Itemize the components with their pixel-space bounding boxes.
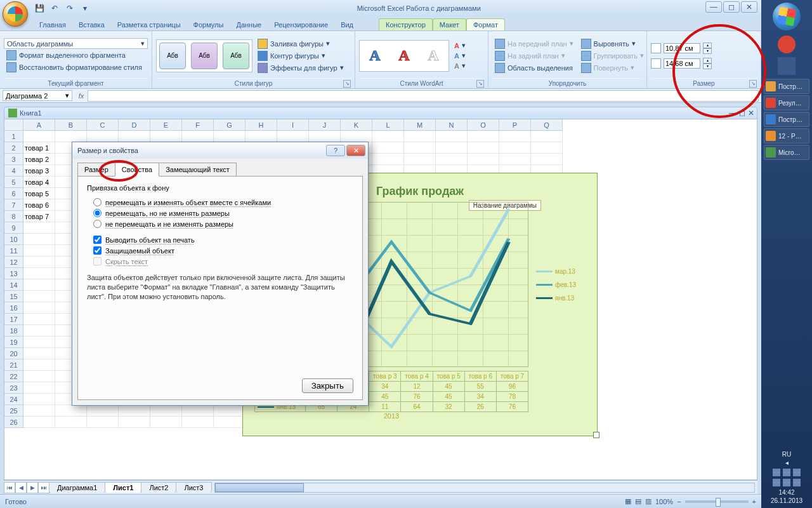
col-header[interactable]: H	[246, 119, 277, 131]
tray-icon[interactable]	[793, 469, 801, 476]
view-layout-icon[interactable]: ▤	[635, 497, 641, 505]
qat-customize[interactable]: ▾	[79, 2, 91, 15]
col-header[interactable]: O	[468, 119, 499, 131]
row-header[interactable]: 12	[4, 257, 23, 268]
col-header[interactable]: N	[436, 119, 468, 131]
col-header[interactable]: M	[404, 119, 436, 131]
dialog-help-button[interactable]: ?	[326, 145, 345, 156]
format-selection-button[interactable]: Формат выделенного фрагмента	[4, 50, 148, 61]
cell[interactable]	[23, 291, 55, 302]
row-header[interactable]: 13	[4, 268, 23, 279]
cell[interactable]	[23, 302, 55, 314]
tray-icon[interactable]	[793, 479, 801, 486]
row-header[interactable]: 2	[4, 142, 23, 154]
send-back-button[interactable]: На задний план ▾	[492, 50, 576, 62]
cell[interactable]: товар 1	[23, 142, 55, 154]
col-header[interactable]: F	[182, 119, 214, 131]
col-header[interactable]: C	[87, 119, 119, 131]
cell[interactable]: товар 6	[23, 199, 55, 211]
col-header[interactable]: B	[55, 119, 87, 131]
cell[interactable]	[341, 131, 372, 142]
dialog-close-button[interactable]: ✕	[346, 145, 365, 156]
cell[interactable]	[182, 417, 214, 428]
tray-expand[interactable]: ◂	[761, 459, 812, 466]
width-input[interactable]	[664, 58, 700, 69]
row-header[interactable]: 4	[4, 165, 23, 177]
cell[interactable]	[87, 405, 119, 417]
wordart-3[interactable]: A	[421, 43, 446, 69]
shape-effects-button[interactable]: Эффекты для фигур ▾	[255, 62, 346, 74]
cell[interactable]	[23, 405, 55, 417]
col-header[interactable]: D	[119, 119, 150, 131]
language-indicator[interactable]: RU	[761, 451, 812, 458]
cell[interactable]	[499, 142, 531, 154]
cell[interactable]	[23, 279, 55, 291]
group-button[interactable]: Группировать ▾	[579, 50, 647, 62]
cell[interactable]	[499, 154, 531, 165]
wordart-2[interactable]: A	[391, 43, 417, 69]
cell[interactable]	[372, 142, 404, 154]
cell[interactable]	[119, 417, 150, 428]
sheet-nav-first[interactable]: ⏮	[4, 482, 15, 493]
col-header[interactable]: G	[214, 119, 246, 131]
qat-undo[interactable]: ↶	[48, 2, 61, 15]
align-button[interactable]: Выровнять ▾	[579, 38, 647, 50]
bring-front-button[interactable]: На передний план ▾	[492, 38, 576, 50]
cell[interactable]	[87, 131, 119, 142]
cell[interactable]	[214, 131, 246, 142]
taskbar-pinned-icon[interactable]	[778, 36, 796, 53]
cell[interactable]	[55, 405, 87, 417]
wordart-1[interactable]: A	[362, 43, 388, 69]
chart-element-dropdown[interactable]: Область диаграммы▾	[4, 38, 148, 49]
tab-page-layout[interactable]: Разметка страницы	[111, 19, 187, 30]
cell[interactable]	[23, 348, 55, 359]
row-header[interactable]: 16	[4, 302, 23, 314]
text-outline-button[interactable]: A▾	[452, 51, 468, 60]
zoom-in[interactable]: +	[752, 498, 756, 505]
shape-fill-button[interactable]: Заливка фигуры ▾	[255, 38, 346, 50]
cell[interactable]	[23, 382, 55, 394]
shape-style-1[interactable]: Абв	[159, 43, 186, 69]
qat-save[interactable]: 💾	[33, 2, 46, 15]
width-spinner[interactable]: ▴▾	[703, 58, 712, 69]
dialog-tab-properties[interactable]: Свойства	[115, 163, 159, 177]
sheet-nav-last[interactable]: ⏭	[38, 482, 49, 493]
shape-styles-launcher[interactable]: ↘	[343, 80, 351, 88]
cell[interactable]	[23, 268, 55, 279]
tab-formulas[interactable]: Формулы	[187, 19, 230, 30]
cell[interactable]	[23, 359, 55, 371]
row-header[interactable]: 7	[4, 199, 23, 211]
office-button[interactable]	[3, 1, 28, 27]
cell[interactable]	[150, 131, 182, 142]
row-header[interactable]: 17	[4, 314, 23, 325]
cell[interactable]	[23, 222, 55, 234]
clock-time[interactable]: 14:42	[761, 489, 812, 496]
cell[interactable]	[404, 142, 436, 154]
taskbar-pinned-icon[interactable]	[778, 57, 796, 75]
row-header[interactable]: 21	[4, 359, 23, 371]
taskbar-item[interactable]: Постр…	[764, 79, 809, 94]
view-normal-icon[interactable]: ▦	[625, 497, 631, 505]
tab-data[interactable]: Данные	[230, 19, 268, 30]
cell[interactable]	[309, 131, 341, 142]
cell[interactable]	[468, 131, 499, 142]
row-header[interactable]: 11	[4, 245, 23, 257]
cell[interactable]	[23, 314, 55, 325]
row-header[interactable]: 18	[4, 325, 23, 337]
cell[interactable]	[404, 154, 436, 165]
cell[interactable]	[468, 154, 499, 165]
col-header[interactable]: J	[309, 119, 341, 131]
col-header[interactable]: L	[372, 119, 404, 131]
checkbox-locked[interactable]	[93, 246, 102, 255]
mdi-restore[interactable]: ◻	[739, 109, 745, 117]
horizontal-scrollbar[interactable]	[214, 483, 756, 493]
dialog-close-btn[interactable]: Закрыть	[302, 378, 353, 393]
cell[interactable]: товар 3	[23, 165, 55, 177]
cell[interactable]	[372, 154, 404, 165]
option-locked[interactable]: Защищаемый объект	[93, 246, 353, 255]
cell[interactable]	[182, 405, 214, 417]
row-header[interactable]: 24	[4, 394, 23, 405]
tab-chart-design[interactable]: Конструктор	[379, 18, 433, 30]
option-move-and-size[interactable]: перемещать и изменять объект вместе с яч…	[93, 198, 353, 206]
height-input[interactable]	[664, 43, 700, 53]
